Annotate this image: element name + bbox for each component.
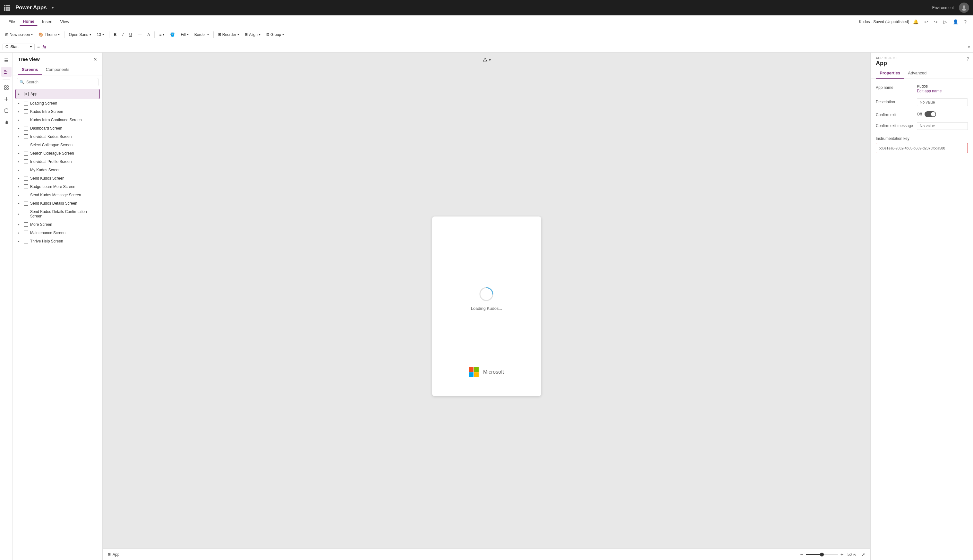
expand-canvas-button[interactable]: ⤢ xyxy=(861,552,865,557)
top-bar-right: Environment xyxy=(932,3,969,13)
reorder-button[interactable]: ⊞ Reorder▾ xyxy=(216,31,242,38)
tree-view-icon[interactable] xyxy=(1,67,12,77)
menu-home[interactable]: Home xyxy=(20,18,38,26)
zoom-slider[interactable] xyxy=(806,554,838,555)
formula-expand-icon[interactable]: ∨ xyxy=(968,45,970,49)
new-screen-button[interactable]: ⊞ New screen ▾ xyxy=(3,31,35,38)
screen-icon-6 xyxy=(24,151,28,155)
confirm-exit-message-input[interactable] xyxy=(917,122,968,130)
tree-item-send-kudos-screen[interactable]: ▸ Send Kudos Screen xyxy=(13,174,102,182)
warning-icon: ⚠ xyxy=(483,57,488,63)
play-icon[interactable]: ▷ xyxy=(942,18,948,26)
align-button[interactable]: ≡▾ xyxy=(157,31,167,38)
tree-header: Tree view ✕ xyxy=(13,53,102,65)
tree-search-box[interactable]: 🔍 xyxy=(17,78,98,86)
underline-button[interactable]: U xyxy=(127,31,135,38)
components-icon[interactable] xyxy=(1,82,12,93)
tree-item-individual-profile-screen[interactable]: ▸ Individual Profile Screen xyxy=(13,157,102,166)
add-icon[interactable] xyxy=(1,94,12,104)
screen-icon-9 xyxy=(24,176,28,180)
screen-label-1: Kudos Intro Screen xyxy=(30,109,63,114)
tree-item-select-colleague-screen[interactable]: ▸ Select Colleague Screen xyxy=(13,141,102,149)
help-icon[interactable]: ? xyxy=(963,18,968,26)
search-input[interactable] xyxy=(26,80,96,84)
confirm-exit-status: Off xyxy=(917,112,922,117)
font-color-button[interactable]: A xyxy=(145,31,152,38)
tree-tab-components[interactable]: Components xyxy=(42,65,73,75)
border-button[interactable]: Border▾ xyxy=(192,31,212,38)
notifications-icon[interactable]: 🔔 xyxy=(912,18,920,26)
environment-label: Environment xyxy=(932,5,954,10)
instrumentation-key-box[interactable]: bd8e1ea6-9032-4b85-b539-d2373fbda588 xyxy=(876,143,968,153)
chevron-12: ▸ xyxy=(18,202,22,205)
menu-view[interactable]: View xyxy=(57,18,73,25)
align-tool-button[interactable]: ⊟ Align▾ xyxy=(242,31,263,38)
screen-label-5: Select Colleague Screen xyxy=(30,143,73,147)
chevron-7: ▸ xyxy=(18,160,22,163)
user-avatar[interactable] xyxy=(959,3,969,13)
screen-label-8: My Kudos Screen xyxy=(30,168,61,172)
zoom-out-button[interactable]: − xyxy=(800,552,803,557)
left-icon-separator xyxy=(3,80,10,80)
warning-chevron[interactable]: ▾ xyxy=(489,58,491,62)
tree-item-send-kudos-details-screen[interactable]: ▸ Send Kudos Details Screen xyxy=(13,199,102,208)
toolbar: ⊞ New screen ▾ 🎨 Theme ▾ Open Sans▾ 13▾ … xyxy=(0,28,973,41)
chevron-3: ▸ xyxy=(18,127,22,130)
confirm-exit-switch[interactable] xyxy=(925,111,936,117)
tree-item-kudos-intro-continued-screen[interactable]: ▸ Kudos Intro Continued Screen xyxy=(13,116,102,124)
prop-row-description: Description xyxy=(876,98,968,106)
zoom-in-button[interactable]: + xyxy=(840,552,843,557)
app-logo-area: Power Apps ▾ xyxy=(4,5,75,11)
description-input[interactable] xyxy=(917,98,968,106)
paint-bucket-icon[interactable]: 🪣 xyxy=(167,31,177,38)
waffle-icon[interactable] xyxy=(4,5,10,11)
redo-icon[interactable]: ↪ xyxy=(933,18,939,26)
tree-item-my-kudos-screen[interactable]: ▸ My Kudos Screen xyxy=(13,166,102,174)
svg-rect-8 xyxy=(7,88,8,90)
microsoft-logo xyxy=(469,367,479,377)
screen-icon-8 xyxy=(24,168,28,172)
tree-item-individual-kudos-screen[interactable]: ▸ Individual Kudos Screen xyxy=(13,132,102,141)
tree-item-search-colleague-screen[interactable]: ▸ Search Colleague Screen xyxy=(13,149,102,157)
tree-item-app[interactable]: ▸ ⊞ App ··· xyxy=(15,89,100,99)
tree-close-button[interactable]: ✕ xyxy=(93,57,97,62)
screen-label-6: Search Colleague Screen xyxy=(30,151,74,155)
tree-item-more-screen[interactable]: ▸ More Screen xyxy=(13,220,102,229)
tree-item-loading-screen[interactable]: ▸ Loading Screen xyxy=(13,99,102,107)
zoom-controls: − + 50 % ⤢ xyxy=(800,552,865,557)
bold-button[interactable]: B xyxy=(111,31,119,38)
tree-item-maintenance-screen[interactable]: ▸ Maintenance Screen xyxy=(13,229,102,237)
canvas-area: ⚠ ▾ Loading Kudos... xyxy=(103,53,870,560)
tree-item-badge-learn-more-screen[interactable]: ▸ Badge Learn More Screen xyxy=(13,182,102,191)
formula-input[interactable] xyxy=(49,45,964,49)
toolbar-separator-4 xyxy=(213,32,214,38)
tree-item-thrive-help-screen[interactable]: ▸ Thrive Help Screen xyxy=(13,237,102,245)
undo-icon[interactable]: ↩ xyxy=(923,18,930,26)
theme-button[interactable]: 🎨 Theme ▾ xyxy=(36,31,62,38)
font-family-dropdown[interactable]: Open Sans▾ xyxy=(67,31,94,38)
right-panel-header: APP OBJECT App ? xyxy=(871,53,973,68)
font-size-dropdown[interactable]: 13▾ xyxy=(94,31,107,38)
tree-tab-screens[interactable]: Screens xyxy=(18,65,42,75)
tree-item-send-kudos-message-screen[interactable]: ▸ Send Kudos Message Screen xyxy=(13,191,102,199)
fill-button[interactable]: Fill▾ xyxy=(178,31,191,38)
app-title-chevron[interactable]: ▾ xyxy=(52,6,53,10)
right-panel-help-icon[interactable]: ? xyxy=(966,57,969,62)
strikethrough-button[interactable]: — xyxy=(135,31,144,38)
italic-button[interactable]: / xyxy=(120,31,126,38)
user-icon[interactable]: 👤 xyxy=(951,18,960,26)
right-tab-advanced[interactable]: Advanced xyxy=(904,68,930,78)
formula-dropdown[interactable]: OnStart ▾ xyxy=(3,43,35,50)
tree-item-kudos-intro-screen[interactable]: ▸ Kudos Intro Screen xyxy=(13,107,102,116)
database-icon[interactable] xyxy=(1,105,12,116)
right-tab-properties[interactable]: Properties xyxy=(876,68,904,78)
edit-app-name-link[interactable]: Edit app name xyxy=(917,89,941,93)
hamburger-icon[interactable]: ☰ xyxy=(1,55,12,65)
tree-item-dashboard-screen[interactable]: ▸ Dashboard Screen xyxy=(13,124,102,132)
app-more-button[interactable]: ··· xyxy=(92,91,97,97)
tree-item-send-kudos-details-confirmation-screen[interactable]: ▸ Send Kudos Details Confirmation Screen xyxy=(13,208,102,220)
menu-file[interactable]: File xyxy=(5,18,18,25)
menu-insert[interactable]: Insert xyxy=(39,18,56,25)
group-button[interactable]: ⊡ Group▾ xyxy=(264,31,287,38)
tools-icon[interactable] xyxy=(1,117,12,127)
